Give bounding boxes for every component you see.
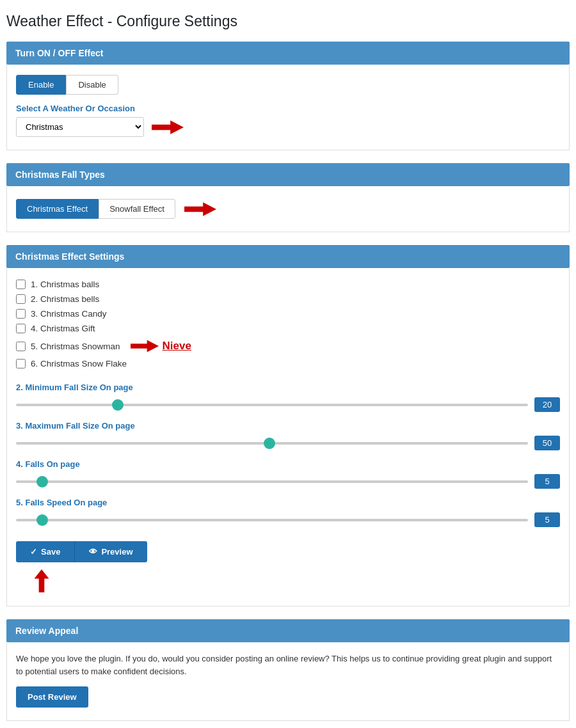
save-button-label: Save — [41, 547, 60, 557]
preview-button[interactable]: 👁 Preview — [74, 541, 147, 562]
review-header: Review Appeal — [6, 619, 570, 642]
christmas-snowman-label: 5. Christmas Snowman — [31, 342, 120, 351]
falls-speed-section: 5. Falls Speed On page 5 — [16, 498, 560, 527]
enable-disable-toggle: Enable Disable — [16, 75, 560, 95]
nieve-text: Nieve — [163, 340, 191, 352]
svg-marker-2 — [131, 340, 159, 352]
falls-speed-label: 5. Falls Speed On page — [16, 498, 560, 507]
fall-type-arrow-annotation — [184, 200, 216, 218]
fall-types-header: Christmas Fall Types — [6, 163, 570, 186]
action-buttons: ✓ Save 👁 Preview — [16, 541, 560, 562]
list-item: 1. Christmas balls — [16, 277, 560, 292]
falls-on-page-value: 5 — [534, 474, 560, 489]
list-item: 4. Christmas Gift — [16, 321, 560, 336]
weather-select-wrap: Christmas Snow Rain Autumn Halloween New… — [16, 117, 560, 137]
falls-on-page-slider[interactable] — [16, 480, 528, 483]
enable-button[interactable]: Enable — [16, 75, 66, 95]
weather-occasion-select[interactable]: Christmas Snow Rain Autumn Halloween New… — [16, 117, 144, 137]
list-item: 5. Christmas Snowman Nieve — [16, 336, 560, 356]
weather-select-label: Select A Weather Or Occasion — [16, 104, 560, 113]
christmas-candy-label: 3. Christmas Candy — [31, 309, 107, 319]
fall-type-toggle: Christmas Effect Snowfall Effect — [16, 199, 175, 219]
weather-select-arrow-annotation — [152, 118, 184, 136]
fall-type-wrap: Christmas Effect Snowfall Effect — [16, 199, 560, 219]
page-wrapper: Weather Effect - Configure Settings Turn… — [0, 0, 576, 728]
christmas-bells-label: 2. Christmas bells — [31, 294, 99, 304]
turn-on-off-body: Enable Disable Select A Weather Or Occas… — [6, 65, 570, 150]
post-review-button[interactable]: Post Review — [16, 686, 88, 708]
christmas-balls-label: 1. Christmas balls — [31, 280, 99, 289]
svg-marker-0 — [152, 120, 184, 134]
svg-marker-1 — [184, 202, 216, 216]
christmas-snowflake-checkbox[interactable] — [16, 359, 26, 368]
min-fall-size-label: 2. Minimum Fall Size On page — [16, 383, 560, 392]
max-fall-size-label: 3. Maximum Fall Size On page — [16, 421, 560, 431]
review-section: Review Appeal We hope you love the plugi… — [6, 619, 570, 721]
min-fall-size-section: 2. Minimum Fall Size On page 20 — [16, 383, 560, 412]
christmas-bells-checkbox[interactable] — [16, 294, 26, 304]
svg-marker-3 — [34, 569, 49, 592]
max-fall-size-value: 50 — [534, 436, 560, 450]
christmas-snowflake-label: 6. Christmas Snow Flake — [31, 359, 127, 368]
falls-on-page-row: 5 — [16, 474, 560, 489]
save-checkmark-icon: ✓ — [30, 547, 37, 557]
fall-type-red-arrow-icon — [184, 200, 216, 218]
review-body: We hope you love the plugin. If you do, … — [6, 642, 570, 721]
nieve-annotation: Nieve — [131, 338, 191, 354]
falls-on-page-label: 4. Falls On page — [16, 459, 560, 469]
red-arrow-icon — [152, 118, 184, 136]
max-fall-size-row: 50 — [16, 436, 560, 450]
min-fall-size-slider[interactable] — [16, 404, 528, 406]
christmas-snowman-checkbox[interactable] — [16, 342, 26, 351]
save-button[interactable]: ✓ Save — [16, 541, 74, 562]
review-text: We hope you love the plugin. If you do, … — [16, 653, 560, 677]
turn-on-off-header: Turn ON / OFF Effect — [6, 42, 570, 65]
preview-button-label: Preview — [101, 547, 132, 557]
list-item: 3. Christmas Candy — [16, 306, 560, 321]
disable-button[interactable]: Disable — [66, 75, 118, 95]
christmas-items-list: 1. Christmas balls 2. Christmas bells 3.… — [16, 277, 560, 371]
christmas-balls-checkbox[interactable] — [16, 280, 26, 289]
falls-on-page-section: 4. Falls On page 5 — [16, 459, 560, 489]
nieve-arrow-icon — [131, 338, 159, 354]
list-item: 2. Christmas bells — [16, 292, 560, 306]
preview-eye-icon: 👁 — [89, 547, 97, 557]
christmas-candy-checkbox[interactable] — [16, 309, 26, 319]
falls-speed-slider[interactable] — [16, 519, 528, 521]
snowfall-effect-button[interactable]: Snowfall Effect — [99, 199, 175, 219]
fall-types-body: Christmas Effect Snowfall Effect — [6, 186, 570, 232]
min-fall-size-row: 20 — [16, 397, 560, 412]
min-fall-size-value: 20 — [534, 397, 560, 412]
christmas-gift-checkbox[interactable] — [16, 324, 26, 333]
christmas-effect-button[interactable]: Christmas Effect — [16, 199, 99, 219]
save-arrow-annotation — [31, 569, 52, 594]
falls-speed-value: 5 — [534, 512, 560, 527]
max-fall-size-section: 3. Maximum Fall Size On page 50 — [16, 421, 560, 450]
max-fall-size-slider[interactable] — [16, 442, 528, 445]
save-arrow-icon — [31, 569, 52, 592]
effect-settings-header: Christmas Effect Settings — [6, 245, 570, 268]
button-spacer — [16, 562, 560, 593]
list-item: 6. Christmas Snow Flake — [16, 356, 560, 371]
christmas-gift-label: 4. Christmas Gift — [31, 324, 95, 333]
effect-settings-body: 1. Christmas balls 2. Christmas bells 3.… — [6, 268, 570, 606]
page-title: Weather Effect - Configure Settings — [6, 13, 570, 30]
falls-speed-row: 5 — [16, 512, 560, 527]
